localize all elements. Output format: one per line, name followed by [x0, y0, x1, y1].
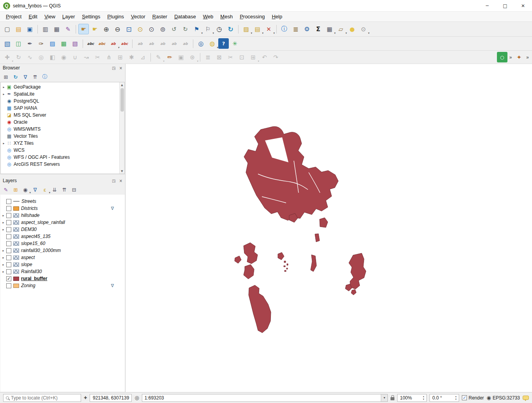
filter-legend-icon[interactable]: ∇ [31, 185, 39, 194]
select-by-value-icon[interactable]: ▤ [252, 24, 263, 34]
layer-styling-icon[interactable]: ✎ [2, 185, 10, 194]
pan-map-icon[interactable]: ☛ [78, 24, 89, 34]
menu-item[interactable]: Web [200, 12, 217, 21]
layer-filter-indicator-icon[interactable]: ∇ [111, 206, 114, 211]
locate-input[interactable] [11, 395, 73, 401]
maximize-button[interactable]: □ [496, 0, 514, 12]
minimize-button[interactable]: ─ [478, 0, 496, 12]
menu-item[interactable]: Settings [78, 12, 104, 21]
browser-scrollbar[interactable]: ▲ ▼ [119, 82, 124, 174]
layer-visibility-checkbox[interactable] [6, 283, 11, 288]
zoom-in-icon[interactable]: ⊕ [101, 24, 111, 34]
expand-arrow-icon[interactable]: ▸ [1, 228, 5, 231]
expand-arrow-icon[interactable]: ▸ [1, 221, 5, 224]
layer-item-aspect45-135[interactable]: aspect45_135 [1, 233, 118, 240]
plugin-search-icon[interactable]: ○ [497, 52, 507, 62]
menu-item[interactable]: Database [171, 12, 200, 21]
map-tips-icon[interactable]: ● [347, 24, 357, 34]
undo-icon[interactable]: ↶ [259, 52, 270, 62]
expand-arrow-icon[interactable]: ▸ [2, 92, 6, 96]
redo-icon[interactable]: ↷ [270, 52, 281, 62]
menu-item[interactable]: Help [268, 12, 286, 21]
zoom-out-icon[interactable]: ⊖ [112, 24, 123, 34]
browser-item-xyz-tiles[interactable]: ▸ ∷ XYZ Tiles [2, 140, 118, 147]
collapse-all-icon[interactable]: ⇈ [31, 73, 39, 81]
split-features-icon[interactable]: ✂ [92, 52, 103, 62]
browser-item-oracle[interactable]: ◉ Oracle [2, 119, 118, 126]
split-parts-icon[interactable]: ⋔ [104, 52, 114, 62]
merge-features-icon[interactable]: ⊞ [115, 52, 125, 62]
layer-item-slope[interactable]: ▸ slope [1, 261, 118, 268]
metasearch-icon[interactable]: ◎ [196, 38, 206, 49]
layer-label[interactable]: rainfall30_1000mm [21, 248, 61, 253]
spin-up-icon[interactable]: ▴ [455, 395, 456, 398]
expand-arrow-icon[interactable]: ▸ [1, 256, 5, 259]
float-panel-icon[interactable]: ◳ [111, 65, 117, 71]
layer-visibility-checkbox[interactable] [6, 213, 11, 218]
scale-combo[interactable]: 1:693203 ▾ [142, 394, 388, 402]
zoom-last-icon[interactable]: ↺ [169, 24, 179, 34]
layer-visibility-checkbox[interactable] [6, 241, 11, 246]
save-layer-edits-icon[interactable]: ▣ [176, 52, 186, 62]
menu-item[interactable]: Plugins [104, 12, 127, 21]
map-canvas[interactable] [125, 64, 532, 392]
layer-visibility-checkbox[interactable] [6, 262, 11, 267]
remove-layer-icon[interactable]: ⊟ [70, 185, 78, 194]
offset-curve-icon[interactable]: ∪ [70, 52, 80, 62]
expand-arrow-icon[interactable]: ▸ [1, 263, 5, 266]
new-scratch-layer-icon[interactable]: ▧ [70, 38, 80, 49]
menu-item[interactable]: Edit [25, 12, 41, 21]
filter-by-expression-icon[interactable]: ε [41, 185, 49, 194]
options-gear-icon[interactable]: ⚙ [302, 24, 312, 34]
layer-visibility-checkbox[interactable] [6, 227, 11, 232]
combo-arrow-icon[interactable]: ▾ [381, 394, 387, 401]
layer-label[interactable]: DEM30 [21, 227, 37, 232]
layer-item-rural-buffer[interactable]: ✓ rural_buffer [1, 275, 118, 282]
float-panel-icon[interactable]: ◳ [111, 178, 117, 183]
current-edits-icon[interactable]: ✎ [153, 52, 164, 62]
select-features-icon[interactable]: ▨ [241, 24, 251, 34]
layer-visibility-checkbox[interactable] [6, 206, 11, 211]
zoom-full-icon[interactable]: ⊡ [124, 24, 134, 34]
spin-down-icon[interactable]: ▾ [455, 398, 456, 401]
expand-all-icon[interactable]: ⇊ [50, 185, 59, 194]
extents-icon[interactable]: ◎ [134, 395, 139, 401]
panel-splitter[interactable] [0, 174, 125, 177]
layer-label[interactable]: hillshade [21, 213, 39, 218]
web-plugin-icon[interactable]: ✳ [230, 38, 240, 49]
field-calculator-icon[interactable]: ≣ [290, 24, 301, 34]
layer-visibility-checkbox[interactable] [6, 220, 11, 225]
highlight-pinned-labels-icon[interactable]: abc [119, 38, 130, 49]
layer-visibility-checkbox[interactable]: ✓ [6, 276, 11, 281]
render-toggle[interactable]: ✓ Render [462, 395, 484, 401]
crs-status-button[interactable]: ◉ EPSG:32733 [487, 395, 520, 401]
copy-features-icon[interactable]: ⊡ [237, 52, 247, 62]
collapse-all-layers-icon[interactable]: ⇈ [60, 185, 69, 194]
close-button[interactable]: ✕ [514, 0, 532, 12]
locate-box[interactable] [3, 394, 81, 402]
scroll-up-icon[interactable]: ▲ [120, 82, 125, 87]
layer-label[interactable]: aspect [21, 255, 35, 260]
rotate-point-symbols-icon[interactable]: ✱ [126, 52, 137, 62]
rotate-feature-icon[interactable]: ↻ [13, 52, 24, 62]
menu-item[interactable]: Raster [149, 12, 171, 21]
curved-label-icon[interactable]: ab [180, 38, 191, 49]
new-mesh-layer-icon[interactable]: ▦ [58, 38, 69, 49]
layer-item-streets[interactable]: Streets [1, 198, 118, 205]
move-label-icon[interactable]: ab [146, 38, 157, 49]
layer-visibility-checkbox[interactable] [6, 248, 11, 253]
spin-up-icon[interactable]: ▴ [423, 395, 424, 398]
layer-item-rainfall30-1000mm[interactable]: ▸ rainfall30_1000mm [1, 247, 118, 254]
style-manager-icon[interactable]: ✎ [63, 24, 73, 34]
data-source-manager-icon[interactable]: ▧ [2, 38, 12, 49]
open-project-icon[interactable]: ▤ [13, 24, 24, 34]
rotation-spinbox[interactable]: 0.0 ° ▴ ▾ [429, 394, 459, 402]
pan-to-selection-icon[interactable]: ☛ [90, 24, 100, 34]
layer-label[interactable]: Districts [21, 206, 38, 211]
layer-diagram-icon[interactable]: abc [97, 38, 107, 49]
modify-attributes-icon[interactable]: ≣ [203, 52, 213, 62]
layer-item-aspect-slope-rainfall[interactable]: ▸ aspect_slope_rainfall [1, 219, 118, 226]
scroll-down-icon[interactable]: ▼ [120, 169, 125, 174]
close-panel-icon[interactable]: × [118, 65, 124, 71]
toggle-editing-icon[interactable]: ✏ [164, 52, 175, 62]
